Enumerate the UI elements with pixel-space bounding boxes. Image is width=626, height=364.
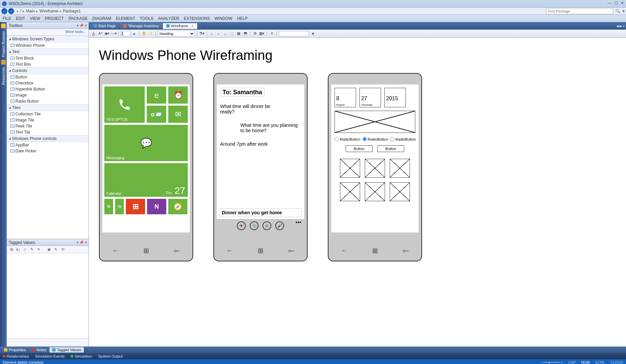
back-hw-icon[interactable]: ← [227,247,233,255]
toolbox-item[interactable]: AppBar [7,142,89,148]
search-hw-icon[interactable]: ⟜ [174,247,180,255]
project-browser-icon[interactable] [1,24,6,28]
font-size-icon[interactable]: Aᵃ [98,31,103,36]
collection-tile[interactable] [340,159,360,178]
appbar-emoji-icon[interactable]: ☺ [263,221,271,230]
tag-view-icon[interactable]: ◉ [46,247,52,252]
find-package-input[interactable] [546,8,613,14]
menu-icon[interactable]: ≡ [622,9,625,13]
minimize-button[interactable]: — [607,1,612,5]
tile-mail[interactable]: ✉ [168,106,188,123]
tag-refresh-icon[interactable]: ↻ [53,247,59,252]
phone-mockup-chat[interactable]: To: Samantha What time will dinner be re… [213,73,308,261]
maximize-button[interactable]: ☐ [614,1,618,5]
sort-categorized-icon[interactable]: ⊞ [9,247,14,252]
toolbox-group-head[interactable]: Windows Screen Types [7,36,89,42]
tab-close-icon[interactable]: ✕ [191,24,194,28]
radio-button-2[interactable]: RadioButton [362,137,388,141]
toolbox-item[interactable]: Peek Tile [7,123,89,129]
tag-delete-icon[interactable]: ✕ [36,247,41,252]
appbar-voice-icon[interactable]: 🎤 [275,221,284,230]
collection-tile[interactable] [340,182,360,201]
toolbox-group-head[interactable]: Windows Phone controls [7,135,89,142]
group-icon[interactable]: ⬒ [243,31,248,36]
toolbox-item[interactable]: Text Box [7,61,89,67]
tab-wireframe[interactable]: Wireframe✕ [163,23,197,29]
tab-menu-icon[interactable]: ▾ [623,24,625,28]
chat-input[interactable]: Dinner when you get home [219,208,302,217]
align-center-icon[interactable]: ⫟ [216,31,221,36]
collection-tile[interactable] [365,182,385,201]
diagram-canvas[interactable]: Windows Phone Wireframing YES OPTUS [89,38,626,347]
menu-analyzer[interactable]: ANALYZER [158,16,179,21]
back-hw-icon[interactable]: ← [341,247,348,255]
filter-icon[interactable]: ⚗▾ [199,31,205,36]
toolbox-item[interactable]: Collection Tile [7,111,89,117]
panel-close-icon[interactable]: ✕ [84,24,87,27]
tab-relationships[interactable]: Relationships [3,354,29,358]
tag-edit-icon[interactable]: ✎ [29,247,34,252]
tile-messaging[interactable]: 💬 Messaging [104,125,188,161]
tab-simulation[interactable]: Simulation [71,354,92,358]
appbar-attach-icon[interactable]: 📎 [250,221,258,230]
tag-new-icon[interactable]: ◇ [22,247,28,252]
heading-select[interactable]: Heading [158,31,195,37]
home-hw-icon[interactable]: ⊞ [258,247,264,255]
line-style-icon[interactable]: ―▾ [111,31,116,36]
tab-system-output[interactable]: System Output [98,354,123,358]
toolbox-item[interactable]: Windows Phone [7,42,89,48]
left-tab-resources[interactable]: Resources [1,65,6,87]
tile-settings[interactable]: ⚙ [104,199,113,214]
more-tools-link[interactable]: More tools... [7,29,89,36]
sort-alpha-icon[interactable]: A↓ [15,247,21,252]
align-right-icon[interactable]: ⫠ [222,31,228,36]
tab-tagged-values[interactable]: Tagged Values [49,347,84,353]
tab-start-page[interactable]: Start Page [90,23,119,29]
tile-phone[interactable]: YES OPTUS [104,86,145,123]
tile-onenote[interactable]: N [147,199,166,214]
button-1[interactable]: Button [346,145,373,152]
diagram-search-input[interactable] [279,31,309,36]
collection-tile[interactable] [365,159,385,178]
tile-compass[interactable]: 🧭 [168,199,187,214]
breadcrumb[interactable]: ▸/ ▸Main ▸Wireframe ▸Package1 [17,9,81,13]
date-picker-weekday[interactable]: 27Thursday [359,88,381,107]
menu-file[interactable]: FILE [3,16,11,21]
back-hw-icon[interactable]: ← [112,247,119,255]
resources-icon[interactable] [1,60,6,65]
tile-office[interactable]: ⊞ [126,199,145,214]
font-icon[interactable]: A [91,31,96,36]
tile-store[interactable]: 🛍 [115,199,124,214]
toolbox-item[interactable]: Text Tile [7,129,89,135]
close-button[interactable]: ✕ [621,1,624,5]
toolbox-item[interactable]: Checkbox [7,80,89,86]
toolbox-group-head[interactable]: Text [7,48,89,55]
search-icon[interactable]: 🔍 [615,9,620,13]
tile-outlook[interactable]: o📨 [147,106,166,123]
tile-calendar[interactable]: Calendar Thu 27 [104,163,188,197]
menu-view[interactable]: VIEW [30,16,40,21]
tile-alarm[interactable]: ⏰ [168,86,188,104]
tile-ie[interactable]: ｅ [147,86,166,104]
panel-dropdown-icon[interactable]: ▾ [77,24,78,27]
left-tab-project-browser[interactable]: Project Browser [1,29,6,59]
tag-options-icon[interactable]: ⟲ [60,247,65,252]
chat-to-field[interactable]: To: Samantha [220,88,265,97]
menu-edit[interactable]: EDIT [16,16,25,21]
home-hw-icon[interactable]: ⊞ [372,247,378,255]
search-hw-icon[interactable]: ⟜ [403,247,409,255]
button-2[interactable]: Button [377,145,404,152]
highlight-icon[interactable]: ✨ [148,31,153,36]
collection-tile[interactable] [390,182,410,201]
toolbox-item[interactable]: Image Tile [7,117,89,123]
nav-back-button[interactable]: ← [1,8,7,14]
toolbox-item[interactable]: Text Block [7,55,89,61]
toolbox-item[interactable]: Button [7,74,89,80]
tab-scroll-left-icon[interactable]: ◀ [616,24,619,28]
delete-icon[interactable]: ✕ [269,31,274,36]
collection-tile[interactable] [390,159,410,178]
image-placeholder[interactable] [335,111,415,133]
home-hw-icon[interactable]: ⊞ [143,247,149,255]
tab-properties[interactable]: Properties [1,347,28,353]
tab-manage-inventory[interactable]: *Manage Inventory [120,23,162,29]
